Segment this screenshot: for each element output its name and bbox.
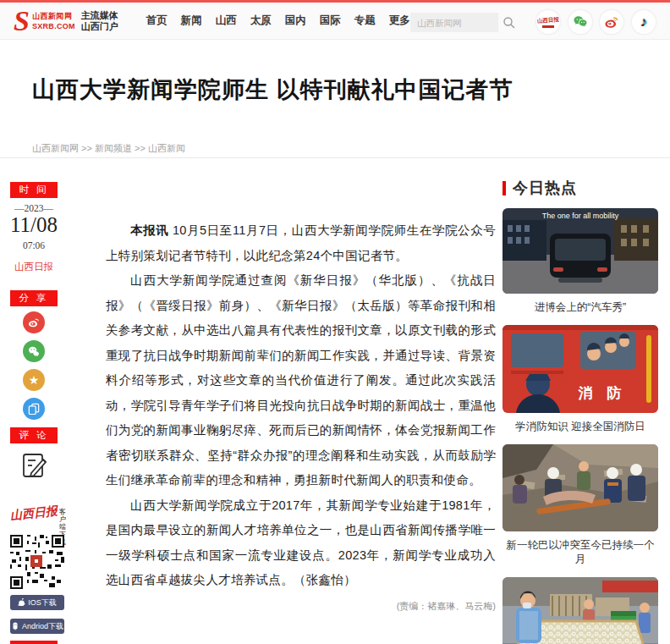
editor-byline: (责编：褚嘉琳、马云梅) [106, 600, 496, 613]
write-comment-icon[interactable] [21, 451, 48, 483]
page-title: 山西大学新闻学院师生 以特刊献礼中国记者节 [32, 74, 624, 105]
hot-sidebar: 今日热点 The one for all mobility 进博会上的“汽车秀” [502, 178, 658, 644]
conflict-thumbnail [502, 444, 658, 531]
nav-item-international[interactable]: 国际 [320, 14, 341, 28]
page: S 山西新闻网 SXRB.COM 主流媒体 山西门户 首页 新闻 山西 太原 国… [0, 0, 670, 644]
apple-icon [18, 598, 25, 607]
nav-item-more[interactable]: 更多 [389, 14, 410, 28]
shanxi-daily-calligraphy: 山西日报 [9, 505, 58, 522]
fire-truck-thumbnail: 消 防 [502, 325, 658, 413]
shanxi-daily-icon[interactable]: 山西日报 [536, 10, 560, 34]
article-body: 本报讯 10月5日至11月7日，山西大学新闻学院师生在学院公众号上特别策划记者节… [106, 218, 496, 613]
nav-item-shanxi[interactable]: 山西 [216, 14, 237, 28]
auto-show-thumbnail: The one for all mobility [502, 208, 658, 294]
publish-time: 07:06 [10, 240, 58, 250]
nav-item-news[interactable]: 新闻 [181, 14, 202, 28]
hot-item-fire-safety[interactable]: 消 防 学消防知识 迎接全国消防日 [502, 325, 658, 434]
nav-item-home[interactable]: 首页 [146, 14, 168, 28]
nav-item-domestic[interactable]: 国内 [285, 14, 306, 28]
cut-off-badge [10, 641, 58, 644]
android-icon [11, 622, 19, 630]
auto-show-overlay-text: The one for all mobility [542, 212, 619, 220]
left-rail: 时 间 —2023— 11/08 07:06 山西日报 分 享 ★ 评 论 山西… [10, 0, 66, 644]
share-wechat-icon[interactable] [23, 340, 45, 362]
app-qr-code [10, 535, 64, 589]
comment-label-badge: 评 论 [10, 427, 58, 443]
chrysanthemum-thumbnail [502, 577, 658, 644]
paragraph-1: 本报讯 10月5日至11月7日，山西大学新闻学院师生在学院公众号上特别策划记者节… [106, 218, 496, 268]
nav-item-topics[interactable]: 专题 [354, 14, 376, 28]
hot-item-chrysanthemum[interactable]: 菊花盛开富村民 [502, 577, 658, 644]
paragraph-3: 山西大学新闻学院成立于2017年，其新闻学专业始建于1981年，是国内最早设立的… [106, 493, 496, 593]
share-copy-icon[interactable] [23, 398, 45, 420]
nav-item-taiyuan[interactable]: 太原 [250, 14, 272, 28]
logo-tagline-1: 主流媒体 [81, 10, 118, 21]
main-nav: 首页 新闻 山西 太原 国内 国际 专题 更多 [146, 14, 442, 28]
share-qzone-icon[interactable]: ★ [23, 369, 45, 391]
ios-download-button[interactable]: IOS下载 [10, 595, 64, 610]
wechat-icon[interactable] [568, 10, 592, 34]
android-download-button[interactable]: Andriod下载 [10, 619, 64, 634]
publish-date: 11/08 [10, 213, 58, 237]
search-input[interactable] [410, 13, 498, 32]
logo-tagline-2: 山西门户 [81, 21, 118, 32]
fire-truck-overlay-text: 消 防 [578, 385, 627, 401]
hot-item-auto-show[interactable]: The one for all mobility 进博会上的“汽车秀” [502, 208, 658, 315]
lead-tag: 本报讯 [130, 223, 168, 237]
paragraph-2: 山西大学新闻学院通过查阅《新华日报》（华北版）、《抗战日报》（《晋绥日报》前身）… [106, 268, 496, 493]
hot-title: 今日热点 [513, 178, 577, 198]
divider [0, 157, 670, 158]
weibo-icon[interactable] [600, 10, 623, 34]
douyin-icon[interactable]: ♪ [632, 10, 656, 34]
search-icon[interactable] [502, 16, 516, 30]
hot-item-conflict[interactable]: 新一轮巴以冲突至今已持续一个月 [502, 444, 658, 567]
top-header: S 山西新闻网 SXRB.COM 主流媒体 山西门户 首页 新闻 山西 太原 国… [0, 0, 670, 40]
share-weibo-icon[interactable] [23, 311, 45, 333]
hot-caption[interactable]: 学消防知识 迎接全国消防日 [502, 420, 658, 434]
app-note-line1: 客户端 [59, 508, 66, 531]
hot-header: 今日热点 [502, 178, 658, 198]
publish-year: —2023— [10, 203, 58, 213]
time-label-badge: 时 间 [10, 182, 58, 198]
share-label-badge: 分 享 [10, 290, 58, 306]
hot-caption[interactable]: 进博会上的“汽车秀” [502, 300, 658, 315]
hot-red-bar [502, 181, 506, 195]
source-link[interactable]: 山西日报 [10, 261, 58, 273]
hot-caption[interactable]: 新一轮巴以冲突至今已持续一个月 [502, 538, 658, 567]
